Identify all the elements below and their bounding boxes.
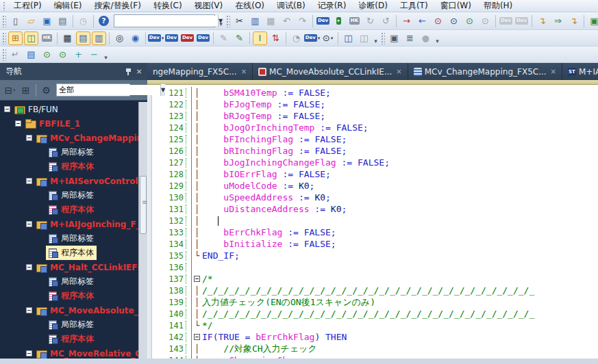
menu-item-4[interactable]: 转换(C)	[147, 0, 188, 12]
navigation-pin-button[interactable]	[123, 66, 134, 77]
fold-marker[interactable]	[192, 274, 202, 284]
tree-expander-icon[interactable]	[26, 135, 32, 141]
tab-3[interactable]: MCv_ChangeMapping_FX5C...×	[408, 63, 562, 80]
code-pane[interactable]: 121│ bSM410Temp := FALSE;122│ bFJogTemp …	[152, 85, 598, 359]
collapse-box-icon[interactable]	[194, 334, 200, 340]
tree-item--[interactable]: 程序本体	[46, 159, 97, 174]
tree-item--[interactable]: 程序本体	[46, 203, 97, 217]
tab-close-icon[interactable]: ×	[241, 68, 247, 75]
mini-user-button[interactable]: ●	[419, 31, 433, 45]
tree-item-m-iaijoginching-f-c[interactable]: M+IAIJogInching_F_C	[35, 218, 147, 231]
device-display-button[interactable]: Dev	[499, 14, 513, 28]
find-device-button[interactable]: ⊙	[447, 14, 461, 28]
search-combobox[interactable]: ▼	[114, 14, 215, 27]
rebuild-all-button[interactable]: ↺	[379, 14, 393, 28]
tree-filter-select-dropdown-button[interactable]: ▼	[160, 84, 165, 96]
navigation-scroll-thumb[interactable]	[140, 176, 147, 234]
toolbar-grip[interactable]	[2, 49, 6, 61]
copy-button[interactable]: ▥	[248, 14, 262, 28]
io-edit-button[interactable]: ⇅	[269, 31, 283, 45]
insert-edit-button[interactable]: I	[253, 31, 267, 45]
open-file-button[interactable]: ▱	[24, 14, 38, 28]
find-coil-button[interactable]: ⊙	[478, 14, 493, 28]
find-device-red-button[interactable]: ⊙	[431, 14, 445, 28]
cut-button[interactable]: ✂	[232, 14, 247, 28]
toolbar-overflow-button[interactable]: ▾	[434, 32, 441, 44]
tree-item-fbfile-1[interactable]: FBFILE_1	[24, 118, 83, 130]
comment-edit-button[interactable]: ↴	[566, 14, 581, 28]
navigation-close-button[interactable]: ×	[134, 66, 145, 77]
new-file-button[interactable]: ▯	[8, 14, 23, 28]
parameter-check-button[interactable]: HK	[347, 14, 362, 28]
rebuild-button[interactable]: ↻	[363, 14, 377, 28]
edit-disabled-button[interactable]: ✎	[216, 31, 231, 45]
redo-button[interactable]: ↷	[295, 14, 310, 28]
tree-item--[interactable]: 局部标签	[46, 145, 97, 159]
collapse-box-icon[interactable]	[194, 276, 200, 282]
paste-button[interactable]: ▦	[264, 14, 278, 28]
menu-item-2[interactable]: 编辑(E)	[48, 0, 88, 12]
find-prev-button[interactable]: ⊙	[40, 48, 54, 62]
device-display-off-button[interactable]: Dev	[514, 14, 529, 28]
device-test-blue-button[interactable]: Dev	[196, 31, 210, 45]
find-button[interactable]: ◎	[112, 31, 127, 45]
tree-item-mc-moverelative-cc[interactable]: MC_MoveRelative_CC	[35, 348, 147, 359]
device-view-button[interactable]: ◫	[24, 31, 38, 45]
module-config-button[interactable]: ▦	[60, 31, 75, 45]
tab-close-icon[interactable]: ×	[396, 68, 401, 75]
tree-filter-select-input[interactable]	[57, 85, 160, 95]
device-batch-button[interactable]: Dev	[164, 31, 179, 45]
tree-expander-icon[interactable]	[26, 178, 32, 184]
toolbar-grip[interactable]	[381, 32, 385, 44]
comment-run-button[interactable]: ⇒	[551, 14, 565, 28]
nav-back-button[interactable]: ↵	[8, 48, 23, 62]
tree-filter-select[interactable]: ▼	[56, 83, 130, 96]
write-to-plc-button[interactable]: →	[399, 14, 414, 28]
device-comment-button[interactable]: Dev	[316, 14, 330, 28]
tree-item-mcv-changemappin[interactable]: MCv_ChangeMappin	[35, 132, 145, 144]
tree-item--[interactable]: 局部标签	[46, 274, 97, 289]
monitor-start-button[interactable]: ▣	[587, 14, 598, 28]
tree-expander-icon[interactable]	[26, 307, 32, 313]
toolbar-grip[interactable]	[226, 15, 230, 27]
remove-watch-button[interactable]: −	[87, 48, 101, 62]
window-split-button[interactable]: ▤	[76, 31, 90, 45]
edit-green-button[interactable]: ✎	[232, 31, 247, 45]
device-mag-button[interactable]: ⊙▾	[321, 31, 335, 45]
fold-marker[interactable]	[192, 333, 202, 342]
tree-item--[interactable]: 局部标签	[46, 188, 97, 203]
device-eye-button[interactable]: Dev▾	[305, 31, 319, 45]
menu-grip[interactable]	[3, 1, 6, 11]
device-test-red-button[interactable]: Dev	[180, 31, 195, 45]
toolbar-overflow-button[interactable]: ▾	[372, 32, 379, 44]
tab-4[interactable]: STM+IAIS×	[562, 63, 598, 80]
menu-item-3[interactable]: 搜索/替换(F)	[88, 0, 147, 12]
menu-item-10[interactable]: 工具(T)	[394, 0, 434, 12]
menu-item-6[interactable]: 在线(O)	[229, 0, 271, 12]
search-combobox-input[interactable]	[114, 16, 218, 26]
stamp-button[interactable]: ◔	[289, 31, 303, 45]
tab-close-icon[interactable]: ×	[551, 68, 556, 75]
tree-item-mc-halt-cclinkiefba[interactable]: MC_Halt_CCLinkIEFBa	[35, 261, 147, 274]
settings-button[interactable]: ⚙	[39, 83, 53, 97]
toolbar-overflow-button[interactable]: ▾	[102, 49, 110, 61]
find-next-button[interactable]: ⊙	[55, 48, 70, 62]
tree-item--[interactable]: 局部标签	[46, 317, 97, 332]
outline-view-button[interactable]: ⊞	[8, 31, 23, 45]
read-from-plc-button[interactable]: ←	[415, 14, 429, 28]
tree-expander-icon[interactable]	[15, 120, 21, 127]
window-disabled-button[interactable]: ◫	[357, 31, 371, 45]
project-history-button[interactable]: ◷	[76, 14, 90, 28]
tree-expand-button[interactable]: ⊞	[18, 83, 33, 97]
tree-item-fb-fun[interactable]: FB/FUN	[13, 103, 61, 116]
tree-item--[interactable]: 程序本体	[46, 289, 97, 303]
tree-expander-icon[interactable]	[26, 350, 32, 356]
toolbar-overflow-button[interactable]: ▾	[217, 15, 225, 27]
comment-jump-button[interactable]: ↴	[535, 14, 549, 28]
mini-window-button[interactable]: ▣	[387, 31, 401, 45]
add-watch-button[interactable]: +	[71, 48, 86, 62]
tab-2[interactable]: MC_MoveAbsolute_CCLinkIE...×	[253, 63, 408, 80]
toolbar-grip[interactable]	[2, 15, 6, 27]
save-button[interactable]: ▣	[40, 14, 54, 28]
window-mag-button[interactable]: ◫	[341, 31, 356, 45]
